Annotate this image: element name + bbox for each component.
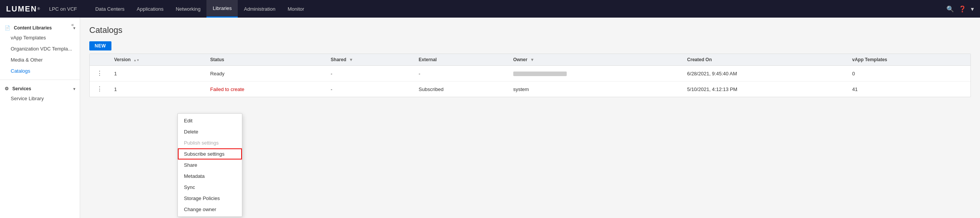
- status-badge: Ready: [210, 71, 225, 76]
- cell-status: Ready: [206, 66, 326, 81]
- sidebar-item-catalogs[interactable]: Catalogs: [0, 65, 80, 76]
- cell-vapp-templates: 0: [848, 66, 970, 81]
- search-icon[interactable]: 🔍: [946, 5, 954, 13]
- table-row: ⋮ 1 Ready - - 6/28/2021, 9:45:40 AM 0: [90, 66, 970, 81]
- chevron-down-icon: ▾: [73, 87, 75, 91]
- catalogs-table: Version ▲▼ Status Shared ▼ External Owne…: [90, 54, 970, 97]
- sidebar-section-content-libraries: 📄 Content Libraries ▾ vApp Templates Org…: [0, 21, 80, 78]
- cell-created-on: 6/28/2021, 9:45:40 AM: [683, 66, 848, 81]
- menu-item-change-owner[interactable]: Change owner: [178, 204, 242, 215]
- row-menu-cell: ⋮: [90, 81, 110, 97]
- sidebar-item-service-library[interactable]: Service Library: [0, 93, 80, 104]
- logo: LUMEN ®: [6, 5, 40, 13]
- table-header: Version ▲▼ Status Shared ▼ External Owne…: [90, 54, 970, 66]
- new-button-label: NEW: [95, 43, 106, 49]
- sidebar-section-services: ⚙ Services ▾ Service Library: [0, 81, 80, 106]
- sidebar-collapse-button[interactable]: «: [68, 21, 77, 29]
- menu-item-share[interactable]: Share: [178, 159, 242, 171]
- nav-data-centers[interactable]: Data Centers: [89, 0, 131, 18]
- filter-icon[interactable]: ▼: [349, 57, 353, 62]
- sidebar-divider: [0, 80, 80, 80]
- cell-shared: -: [326, 81, 414, 97]
- col-status: Status: [206, 54, 326, 66]
- nav-networking[interactable]: Networking: [169, 0, 206, 18]
- logo-text: LUMEN: [6, 5, 37, 13]
- menu-item-subscribe-settings[interactable]: Subscribe settings: [178, 148, 242, 159]
- table-body: ⋮ 1 Ready - - 6/28/2021, 9:45:40 AM 0: [90, 66, 970, 97]
- menu-item-edit[interactable]: Edit: [178, 115, 242, 126]
- sidebar-group-label-services: Services: [12, 86, 31, 91]
- sort-icons[interactable]: ▲▼: [134, 59, 140, 62]
- sidebar: « 📄 Content Libraries ▾ vApp Templates O…: [0, 18, 80, 218]
- top-navigation: LUMEN ® LPC on VCF Data Centers Applicat…: [0, 0, 980, 18]
- menu-item-metadata[interactable]: Metadata: [178, 171, 242, 182]
- nav-libraries[interactable]: Libraries: [206, 0, 238, 18]
- sidebar-item-media-other[interactable]: Media & Other: [0, 54, 80, 65]
- row-menu-cell: ⋮: [90, 66, 110, 81]
- menu-item-delete[interactable]: Delete: [178, 126, 242, 137]
- row-context-menu-button-2[interactable]: ⋮: [94, 85, 105, 93]
- col-created-on: Created On: [683, 54, 848, 66]
- col-menu: [90, 54, 110, 66]
- menu-item-storage-policies[interactable]: Storage Policies: [178, 193, 242, 204]
- nav-administration[interactable]: Administration: [238, 0, 281, 18]
- filter-icon-owner[interactable]: ▼: [530, 57, 534, 62]
- app-body: « 📄 Content Libraries ▾ vApp Templates O…: [0, 18, 980, 218]
- cell-version: 1: [110, 66, 206, 81]
- sidebar-item-org-vdc-template[interactable]: Organization VDC Templa...: [0, 43, 80, 54]
- logo-trademark: ®: [37, 7, 40, 11]
- status-badge: Failed to create: [210, 86, 245, 92]
- sidebar-item-vapp-templates[interactable]: vApp Templates: [0, 32, 80, 43]
- sidebar-group-label-content-libraries: Content Libraries: [14, 25, 52, 31]
- sidebar-group-content-libraries[interactable]: 📄 Content Libraries ▾: [0, 22, 80, 32]
- catalogs-table-container: Version ▲▼ Status Shared ▼ External Owne…: [89, 54, 971, 97]
- col-shared: Shared ▼: [326, 54, 414, 66]
- owner-email-blurred: [513, 72, 567, 76]
- table-row: ⋮ 1 Failed to create - Subscribed system…: [90, 81, 970, 97]
- row-context-menu-button[interactable]: ⋮: [94, 70, 105, 77]
- context-menu: Edit Delete Publish settings Subscribe s…: [177, 113, 242, 217]
- col-version: Version ▲▼: [110, 54, 206, 66]
- help-icon[interactable]: ❓: [959, 5, 966, 13]
- menu-item-publish-settings: Publish settings: [178, 137, 242, 148]
- col-vapp-templates: vApp Templates: [848, 54, 970, 66]
- chevron-down-icon[interactable]: ▾: [971, 5, 974, 13]
- page-title: Catalogs: [89, 25, 971, 35]
- menu-item-sync[interactable]: Sync: [178, 182, 242, 193]
- nav-applications[interactable]: Applications: [131, 0, 169, 18]
- cell-vapp-templates: 41: [848, 81, 970, 97]
- cell-owner: [509, 66, 683, 81]
- nav-monitor[interactable]: Monitor: [282, 0, 310, 18]
- cell-external: -: [414, 66, 509, 81]
- cell-status: Failed to create: [206, 81, 326, 97]
- cell-version: 1: [110, 81, 206, 97]
- col-owner: Owner ▼: [509, 54, 683, 66]
- cell-shared: -: [326, 66, 414, 81]
- content-libraries-icon: 📄: [5, 25, 10, 31]
- col-external: External: [414, 54, 509, 66]
- cell-owner: system: [509, 81, 683, 97]
- cell-created-on: 5/10/2021, 4:12:13 PM: [683, 81, 848, 97]
- services-icon: ⚙: [5, 86, 9, 91]
- instance-label: LPC on VCF: [49, 6, 77, 12]
- new-button[interactable]: NEW: [89, 41, 111, 50]
- sidebar-group-services[interactable]: ⚙ Services ▾: [0, 83, 80, 93]
- toolbar: NEW: [89, 41, 971, 50]
- cell-external: Subscribed: [414, 81, 509, 97]
- nav-items: Data Centers Applications Networking Lib…: [89, 0, 946, 18]
- nav-right-actions: 🔍 ❓ ▾: [946, 5, 974, 13]
- context-menu-wrapper: Edit Delete Publish settings Subscribe s…: [177, 113, 242, 217]
- main-content: Catalogs NEW Version ▲▼ Status: [80, 18, 980, 218]
